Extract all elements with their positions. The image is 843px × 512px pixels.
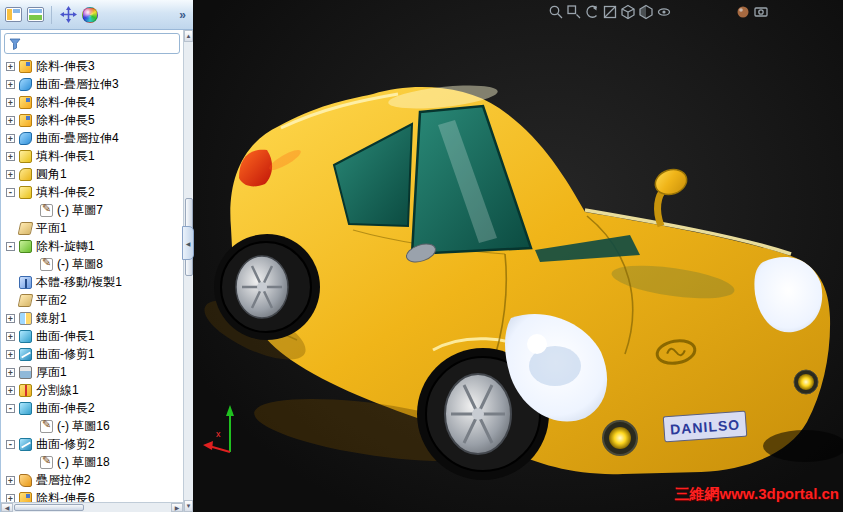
expand-toggle[interactable]: + — [6, 368, 15, 377]
feature-pane-icon[interactable] — [5, 7, 22, 22]
vertical-scrollbar[interactable] — [183, 30, 193, 512]
expand-toggle[interactable]: + — [6, 80, 15, 89]
scroll-down-button[interactable] — [184, 500, 193, 512]
feature-tree-item[interactable]: - 曲面-伸長2 — [1, 399, 183, 417]
feature-tree-item[interactable]: + 鏡射1 — [1, 309, 183, 327]
expand-toggle[interactable]: + — [6, 386, 15, 395]
feature-tree-item[interactable]: (-) 草圖16 — [1, 417, 183, 435]
car-model[interactable]: DANILSO — [197, 81, 843, 480]
panel-splitter-handle[interactable] — [182, 226, 194, 260]
surface-trim-icon — [19, 438, 32, 451]
feature-tree-item[interactable]: + 除料-伸長3 — [1, 57, 183, 75]
feature-label: 本體-移動/複製1 — [36, 274, 122, 291]
expand-toggle[interactable]: + — [6, 332, 15, 341]
expand-toggle[interactable]: + — [6, 116, 15, 125]
feature-label: 除料-旋轉1 — [36, 238, 95, 255]
feature-tree-item[interactable]: + 除料-伸長4 — [1, 93, 183, 111]
view-orientation-icon[interactable] — [620, 4, 636, 20]
boss-extrude-icon — [19, 150, 32, 163]
color-sphere-icon[interactable] — [82, 7, 98, 23]
feature-tree-item[interactable]: + 填料-伸長1 — [1, 147, 183, 165]
feature-manager-column: » + 除料-伸長3 + 曲面-疊層拉伸3 + 除料-伸長4 — [0, 0, 193, 512]
expand-toggle[interactable]: - — [6, 440, 15, 449]
feature-label: 填料-伸長1 — [36, 148, 95, 165]
3d-canvas[interactable]: DANILSO x — [193, 0, 843, 512]
rear-wheel — [221, 242, 311, 332]
feature-tree-item[interactable]: - 除料-旋轉1 — [1, 237, 183, 255]
graphics-viewport[interactable]: DANILSO x 三維網www.3dportal.cn — [193, 0, 843, 512]
watermark-text: 三維網www.3dportal.cn — [675, 485, 839, 504]
expand-toggle[interactable]: + — [6, 350, 15, 359]
feature-tree-item[interactable]: 本體-移動/複製1 — [1, 273, 183, 291]
feature-tree-item[interactable]: + 曲面-疊層拉伸4 — [1, 129, 183, 147]
headlight-bulb — [527, 334, 547, 354]
expand-toggle[interactable]: + — [6, 134, 15, 143]
heads-up-toolbar — [548, 4, 672, 20]
feature-tree-item[interactable]: + 除料-伸長5 — [1, 111, 183, 129]
horizontal-scrollbar[interactable] — [1, 502, 183, 512]
zoom-area-icon[interactable] — [566, 4, 582, 20]
display-pane-icon[interactable] — [27, 7, 44, 22]
expand-toggle[interactable]: + — [6, 476, 15, 485]
hide-show-icon[interactable] — [656, 4, 672, 20]
feature-tree-item[interactable]: - 曲面-修剪2 — [1, 435, 183, 453]
feature-label: 曲面-伸長1 — [36, 328, 95, 345]
expand-toggle[interactable]: + — [6, 170, 15, 179]
expand-toggle[interactable]: + — [6, 314, 15, 323]
expand-toggle[interactable]: + — [6, 62, 15, 71]
feature-label: 疊層拉伸2 — [36, 472, 91, 489]
appearance-icon[interactable] — [735, 4, 751, 20]
surface-extrude-icon — [19, 330, 32, 343]
feature-tree-item[interactable]: 平面1 — [1, 219, 183, 237]
heads-up-toolbar-right — [735, 4, 769, 20]
expand-toggle[interactable]: + — [6, 98, 15, 107]
section-view-icon[interactable] — [602, 4, 618, 20]
feature-tree-item[interactable]: + 曲面-修剪1 — [1, 345, 183, 363]
toolbar-overflow-chevron[interactable]: » — [179, 8, 188, 22]
feature-label: 曲面-疊層拉伸3 — [36, 76, 119, 93]
orientation-triad: x — [203, 405, 234, 452]
sketch-icon — [40, 420, 53, 433]
fillet-icon — [19, 168, 32, 181]
feature-tree-item[interactable]: + 圓角1 — [1, 165, 183, 183]
scroll-left-button[interactable] — [1, 503, 13, 512]
previous-view-icon[interactable] — [584, 4, 600, 20]
taillight — [239, 150, 272, 187]
expand-toggle[interactable]: - — [6, 404, 15, 413]
scroll-up-button[interactable] — [184, 30, 193, 42]
feature-tree-item[interactable]: 平面2 — [1, 291, 183, 309]
move-icon[interactable] — [59, 6, 77, 24]
expand-toggle[interactable]: - — [6, 242, 15, 251]
feature-label: 除料-伸長6 — [36, 490, 95, 503]
feature-tree-item[interactable]: + 曲面-伸長1 — [1, 327, 183, 345]
feature-tree-item[interactable]: + 分割線1 — [1, 381, 183, 399]
split-line-icon — [19, 384, 32, 397]
cut-extrude-icon — [19, 114, 32, 127]
expand-toggle[interactable]: - — [6, 188, 15, 197]
feature-label: 除料-伸長3 — [36, 58, 95, 75]
feature-tree-item[interactable]: - 填料-伸長2 — [1, 183, 183, 201]
feature-tree-item[interactable]: (-) 草圖8 — [1, 255, 183, 273]
feature-tree-item[interactable]: (-) 草圖7 — [1, 201, 183, 219]
cut-revolve-icon — [19, 240, 32, 253]
filter-funnel-icon[interactable] — [9, 38, 21, 50]
feature-tree-item[interactable]: + 曲面-疊層拉伸3 — [1, 75, 183, 93]
feature-tree-item[interactable]: + 除料-伸長6 — [1, 489, 183, 502]
tree-filter-input[interactable] — [25, 36, 175, 51]
feature-label: 填料-伸長2 — [36, 184, 95, 201]
expand-toggle[interactable]: + — [6, 494, 15, 503]
feature-tree-item[interactable]: + 疊層拉伸2 — [1, 471, 183, 489]
feature-label: 圓角1 — [36, 166, 67, 183]
feature-tree-item[interactable]: (-) 草圖18 — [1, 453, 183, 471]
boss-extrude-icon — [19, 186, 32, 199]
feature-tree-item[interactable]: + 厚面1 — [1, 363, 183, 381]
expand-toggle[interactable]: + — [6, 152, 15, 161]
display-style-icon[interactable] — [638, 4, 654, 20]
horizontal-scroll-thumb[interactable] — [14, 504, 84, 511]
surface-extrude-icon — [19, 402, 32, 415]
feature-label: 曲面-疊層拉伸4 — [36, 130, 119, 147]
plane-icon — [18, 294, 34, 307]
zoom-fit-icon[interactable] — [548, 4, 564, 20]
scroll-right-button[interactable] — [171, 503, 183, 512]
scene-icon[interactable] — [753, 4, 769, 20]
